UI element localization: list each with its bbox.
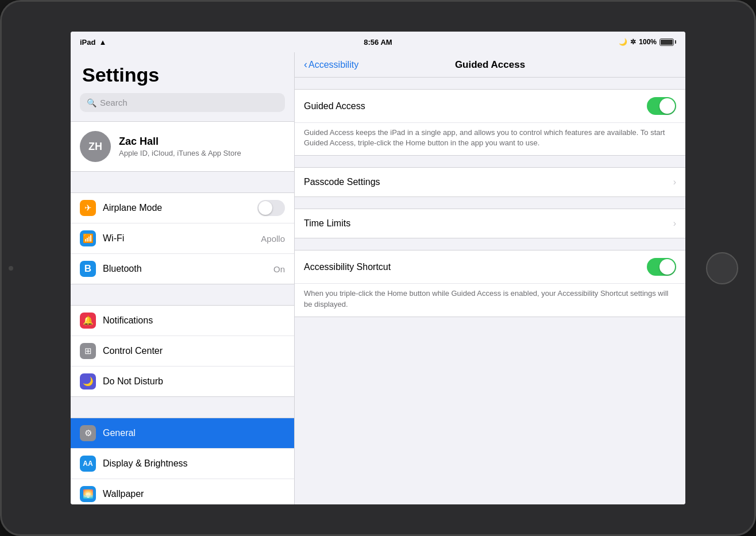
bluetooth-value: On [273, 264, 285, 274]
sidebar-item-notifications[interactable]: 🔔 Notifications [71, 306, 294, 336]
bluetooth-icon: B [80, 261, 96, 277]
moon-icon: 🌙 [619, 38, 627, 46]
sidebar-item-do-not-disturb[interactable]: 🌙 Do Not Disturb [71, 367, 294, 396]
side-button-left [9, 266, 13, 271]
nav-header: ‹ Accessibility Guided Access [295, 52, 685, 78]
battery-fill [661, 40, 673, 45]
accessibility-shortcut-description: When you triple-click the Home button wh… [295, 284, 685, 316]
bluetooth-label: Bluetooth [103, 264, 267, 274]
status-bar-right: 🌙 ✲ 100% [619, 38, 676, 46]
right-panel: ‹ Accessibility Guided Access Guided Acc… [295, 52, 685, 504]
avatar: ZH [80, 131, 111, 162]
notifications-label: Notifications [103, 315, 285, 326]
time-limits-chevron-icon: › [673, 218, 676, 229]
sidebar-item-bluetooth[interactable]: B Bluetooth On [71, 254, 294, 284]
general-label: General [103, 428, 285, 438]
status-bar: iPad ▲ 8:56 AM 🌙 ✲ 100% [71, 32, 685, 52]
passcode-settings-row[interactable]: Passcode Settings › [295, 168, 685, 196]
control-center-icon: ⊞ [80, 343, 96, 359]
notifications-icon: 🔔 [80, 313, 96, 329]
display-icon: AA [80, 456, 96, 472]
status-time: 8:56 AM [364, 38, 392, 47]
search-placeholder-text: Search [100, 98, 128, 107]
time-limits-row[interactable]: Time Limits › [295, 209, 685, 238]
passcode-settings-label: Passcode Settings [304, 177, 673, 187]
wifi-icon: 📶 [80, 230, 96, 246]
do-not-disturb-icon: 🌙 [80, 373, 96, 390]
sidebar-item-display[interactable]: AA Display & Brightness [71, 449, 294, 479]
general-group: ⚙ General AA Display & Brightness 🌅 Wall… [71, 418, 294, 504]
passcode-chevron-icon: › [673, 177, 676, 187]
accessibility-shortcut-label: Accessibility Shortcut [304, 262, 647, 272]
ipad-screen: iPad ▲ 8:56 AM 🌙 ✲ 100% Settings [71, 32, 685, 504]
wallpaper-icon: 🌅 [80, 486, 96, 502]
sidebar-item-control-center[interactable]: ⊞ Control Center [71, 336, 294, 367]
battery-body [659, 38, 674, 46]
guided-access-toggle[interactable] [647, 97, 676, 115]
back-button[interactable]: ‹ Accessibility [304, 59, 358, 71]
back-chevron-icon: ‹ [304, 59, 307, 71]
accessibility-shortcut-row[interactable]: Accessibility Shortcut [295, 250, 685, 284]
battery-tip [675, 40, 676, 44]
profile-subtitle: Apple ID, iCloud, iTunes & App Store [119, 149, 241, 157]
general-icon: ⚙ [80, 425, 96, 441]
main-content: Settings 🔍 Search ZH Zac Hall Apple ID, … [71, 52, 685, 504]
page-title: Guided Access [455, 59, 525, 71]
battery-percent: 100% [639, 38, 657, 46]
wallpaper-label: Wallpaper [103, 489, 285, 499]
right-content: Guided Access Guided Access keeps the iP… [295, 78, 685, 504]
accessibility-shortcut-section: Accessibility Shortcut When you triple-c… [295, 250, 685, 317]
profile-name: Zac Hall [119, 136, 241, 148]
wifi-label: Wi-Fi [103, 233, 254, 244]
airplane-mode-label: Airplane Mode [103, 203, 250, 213]
profile-row[interactable]: ZH Zac Hall Apple ID, iCloud, iTunes & A… [71, 122, 294, 171]
airplane-mode-icon: ✈ [80, 200, 96, 216]
sidebar-item-airplane-mode[interactable]: ✈ Airplane Mode [71, 193, 294, 223]
profile-info: Zac Hall Apple ID, iCloud, iTunes & App … [119, 136, 241, 157]
do-not-disturb-label: Do Not Disturb [103, 376, 285, 387]
wifi-icon: ▲ [99, 38, 106, 47]
status-bar-left: iPad ▲ [80, 38, 106, 47]
search-icon: 🔍 [87, 98, 97, 107]
bluetooth-status-icon: ✲ [630, 38, 636, 46]
wifi-value: Apollo [261, 234, 285, 244]
connectivity-group: ✈ Airplane Mode 📶 Wi-Fi Apollo B Bluetoo… [71, 192, 294, 284]
battery-icon [659, 38, 676, 46]
sidebar-item-wifi[interactable]: 📶 Wi-Fi Apollo [71, 223, 294, 254]
display-label: Display & Brightness [103, 458, 285, 469]
time-limits-section: Time Limits › [295, 209, 685, 238]
time-limits-label: Time Limits [304, 218, 673, 229]
sidebar-title: Settings [71, 52, 294, 93]
ipad-frame: iPad ▲ 8:56 AM 🌙 ✲ 100% Settings [0, 0, 756, 536]
home-button[interactable] [706, 252, 738, 284]
accessibility-shortcut-toggle[interactable] [647, 258, 676, 276]
guided-access-description: Guided Access keeps the iPad in a single… [295, 123, 685, 155]
notifications-group: 🔔 Notifications ⊞ Control Center 🌙 Do No… [71, 305, 294, 397]
search-bar[interactable]: 🔍 Search [80, 93, 285, 112]
airplane-mode-toggle[interactable] [257, 200, 285, 216]
sidebar-item-general[interactable]: ⚙ General [71, 418, 294, 449]
control-center-label: Control Center [103, 346, 285, 356]
back-label: Accessibility [308, 60, 358, 70]
guided-access-section: Guided Access Guided Access keeps the iP… [295, 89, 685, 156]
sidebar: Settings 🔍 Search ZH Zac Hall Apple ID, … [71, 52, 295, 504]
guided-access-label: Guided Access [304, 101, 647, 111]
ipad-label: iPad [80, 38, 95, 47]
guided-access-row[interactable]: Guided Access [295, 90, 685, 123]
sidebar-item-wallpaper[interactable]: 🌅 Wallpaper [71, 479, 294, 504]
passcode-settings-section: Passcode Settings › [295, 167, 685, 197]
